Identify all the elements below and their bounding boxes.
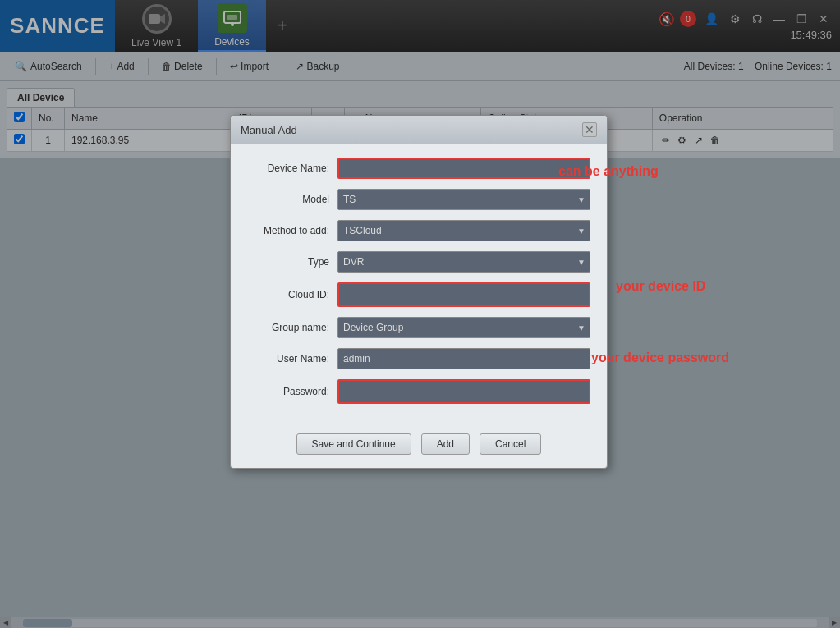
username-label: User Name: — [247, 353, 337, 364]
save-continue-button[interactable]: Save and Continue — [296, 433, 411, 455]
add-button-dialog[interactable]: Add — [421, 433, 470, 455]
dialog-header: Manual Add ✕ — [231, 116, 607, 144]
device-name-input[interactable] — [337, 158, 590, 179]
cloud-id-label: Cloud ID: — [247, 289, 337, 300]
device-name-label: Device Name: — [247, 163, 337, 174]
password-row: Password: — [247, 379, 590, 404]
username-row: User Name: — [247, 348, 590, 369]
model-label: Model — [247, 194, 337, 205]
type-row: Type DVR ▼ — [247, 251, 590, 273]
group-select[interactable]: Device Group — [337, 317, 590, 338]
type-select-wrapper: DVR ▼ — [337, 251, 590, 273]
manual-add-dialog: Manual Add ✕ Device Name: Model TS ▼ Met… — [230, 115, 608, 469]
group-name-label: Group name: — [247, 322, 337, 333]
method-label: Method to add: — [247, 225, 337, 236]
group-select-wrapper: Device Group ▼ — [337, 317, 590, 338]
device-name-row: Device Name: — [247, 158, 590, 179]
method-select[interactable]: TSCloud — [337, 220, 590, 241]
password-input[interactable] — [339, 381, 589, 402]
group-name-row: Group name: Device Group ▼ — [247, 317, 590, 338]
dialog-body: Device Name: Model TS ▼ Method to add: T… — [231, 144, 607, 427]
method-row: Method to add: TSCloud ▼ — [247, 220, 590, 241]
type-select[interactable]: DVR — [337, 251, 590, 273]
password-label: Password: — [247, 386, 337, 397]
cancel-button[interactable]: Cancel — [480, 433, 541, 455]
password-wrapper — [337, 379, 590, 404]
model-select[interactable]: TS — [337, 189, 590, 210]
dialog-close-button[interactable]: ✕ — [582, 122, 597, 137]
method-select-wrapper: TSCloud ▼ — [337, 220, 590, 241]
username-input[interactable] — [337, 348, 590, 369]
dialog-title: Manual Add — [241, 124, 297, 136]
dialog-footer: Save and Continue Add Cancel — [231, 427, 607, 468]
cloud-id-row: Cloud ID: — [247, 282, 590, 307]
model-row: Model TS ▼ — [247, 189, 590, 210]
cloud-id-wrapper — [337, 282, 590, 307]
model-select-wrapper: TS ▼ — [337, 189, 590, 210]
type-label: Type — [247, 256, 337, 268]
cloud-id-input[interactable] — [339, 284, 589, 305]
